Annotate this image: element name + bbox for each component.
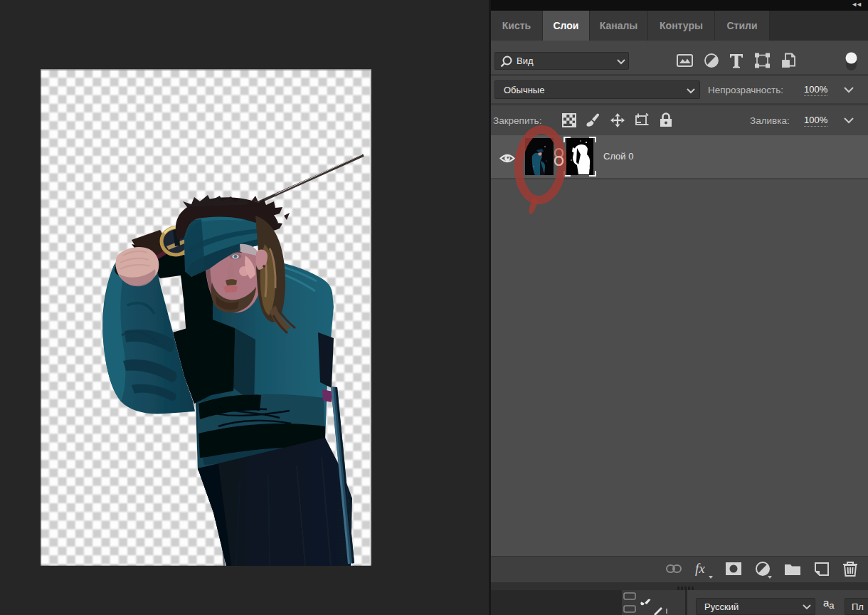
svg-text:fx: fx [695, 561, 705, 576]
